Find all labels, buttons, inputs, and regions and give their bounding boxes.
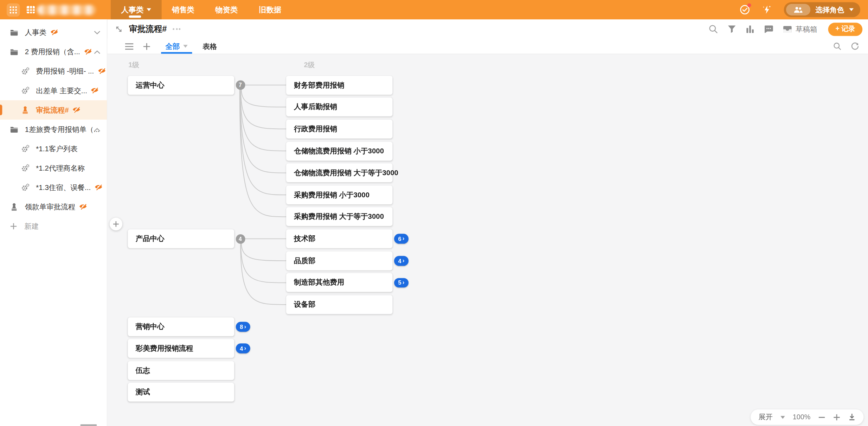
search-icon bbox=[833, 42, 842, 51]
expand-children-badge[interactable]: 5› bbox=[394, 278, 409, 288]
search-button[interactable] bbox=[709, 24, 718, 34]
sidebar-sheet-feiyong-mingxi[interactable]: 费用报销 -明细- ... bbox=[0, 62, 107, 81]
chevron-up-icon[interactable] bbox=[94, 50, 100, 54]
canvas-zoom-controls: 展开 100% bbox=[751, 409, 863, 425]
expand-children-badge[interactable]: 8› bbox=[236, 322, 250, 332]
app-sidebar: 人事类 2 费用报销（含... bbox=[0, 19, 107, 426]
page-title: 审批流程# bbox=[129, 24, 167, 34]
draftbox-button[interactable]: 草稿箱 bbox=[783, 24, 817, 34]
view-header: 审批流程# bbox=[107, 19, 868, 39]
chevron-right-icon: › bbox=[244, 345, 246, 351]
node-card-level2[interactable]: 品质部 bbox=[286, 251, 392, 270]
apps-grid-icon bbox=[9, 5, 18, 14]
refresh-button[interactable] bbox=[851, 42, 859, 51]
role-people-icon bbox=[786, 4, 810, 15]
column-label-level1: 1级 bbox=[128, 61, 139, 70]
chevron-up-icon[interactable] bbox=[94, 127, 100, 131]
main-panel: 审批流程# bbox=[107, 19, 868, 426]
view-tab-table[interactable]: 表格 bbox=[202, 39, 217, 54]
hidden-eye-off-icon bbox=[79, 204, 87, 210]
magic-lightning-icon bbox=[762, 5, 772, 15]
child-count-badge[interactable]: 7 bbox=[236, 80, 245, 90]
sidebar-group-chailvfei[interactable]: 1差旅费专用报销单（... bbox=[0, 120, 107, 139]
node-card-level1[interactable]: 测试 bbox=[128, 383, 234, 402]
tab-renshilei[interactable]: 人事类 bbox=[111, 0, 161, 19]
filter-button[interactable] bbox=[727, 25, 736, 33]
bar-chart-icon bbox=[746, 25, 754, 33]
node-card-level2[interactable]: 仓储物流费用报销 小于3000 bbox=[286, 141, 392, 160]
app-table-icon bbox=[26, 5, 36, 14]
app-window: 人事类 销售类 物资类 旧数据 bbox=[0, 0, 868, 426]
hierarchy-canvas[interactable]: 1级 2级 bbox=[107, 54, 868, 426]
more-options-button[interactable] bbox=[173, 28, 181, 30]
node-card-level2[interactable]: 采购费用报销 小于3000 bbox=[286, 185, 392, 204]
add-view-button[interactable] bbox=[143, 42, 150, 50]
apps-grid-button[interactable] bbox=[7, 3, 20, 17]
view-tab-all[interactable]: 全部 bbox=[166, 39, 188, 54]
child-count-badge[interactable]: 4 bbox=[236, 234, 245, 243]
sidebar-sheet-kehuliebiao[interactable]: *1.1客户列表 bbox=[0, 139, 107, 158]
node-card-level2[interactable]: 设备部 bbox=[286, 295, 392, 314]
node-card-level1[interactable]: 伍志 bbox=[128, 361, 234, 380]
expand-children-badge[interactable]: 6› bbox=[394, 234, 409, 244]
app-name-redacted[interactable] bbox=[37, 5, 96, 14]
sidebar-new-item-button[interactable]: 新建 bbox=[0, 217, 107, 236]
todo-check-button[interactable] bbox=[740, 5, 750, 15]
sidebar-sheet-dailishang[interactable]: *1.2代理商名称 bbox=[0, 158, 107, 178]
approval-stamp-icon bbox=[10, 203, 18, 211]
node-card-level2[interactable]: 技术部 bbox=[286, 229, 392, 248]
tab-xiaoshoulei[interactable]: 销售类 bbox=[161, 0, 205, 19]
zoom-out-button[interactable] bbox=[818, 414, 825, 421]
sidebar-group-renshilei[interactable]: 人事类 bbox=[0, 23, 107, 42]
sidebar-flow-lingkuandan[interactable]: 领款单审批流程 bbox=[0, 197, 107, 217]
expand-view-button[interactable] bbox=[115, 25, 123, 33]
expand-children-badge[interactable]: 4› bbox=[394, 256, 409, 266]
expand-children-badge[interactable]: 4› bbox=[236, 344, 250, 354]
node-card-level2[interactable]: 制造部其他费用 bbox=[286, 273, 392, 292]
sidebar-sheet-zhusu[interactable]: *1.3住宿、误餐... bbox=[0, 178, 107, 197]
node-card-level2[interactable]: 行政费用报销 bbox=[286, 120, 392, 139]
view-search-button[interactable] bbox=[833, 42, 842, 51]
node-card-level1[interactable]: 彩美费用报销流程 bbox=[128, 339, 234, 358]
add-record-canvas-button[interactable] bbox=[110, 218, 122, 230]
node-card-level1[interactable]: 营销中心 bbox=[128, 317, 234, 336]
sidebar-flow-shenpiliucheng[interactable]: 审批流程# bbox=[0, 100, 107, 120]
hidden-eye-off-icon bbox=[98, 68, 105, 74]
chevron-down-icon[interactable] bbox=[94, 31, 100, 34]
hidden-eye-off-icon bbox=[50, 29, 58, 35]
worksheet-gear-icon bbox=[21, 145, 30, 153]
top-navigation-bar: 人事类 销售类 物资类 旧数据 bbox=[0, 0, 868, 19]
folder-icon bbox=[10, 126, 18, 133]
assistant-button[interactable] bbox=[762, 5, 772, 15]
caret-down-icon bbox=[146, 8, 151, 11]
node-card-level2[interactable]: 财务部费用报销 bbox=[286, 76, 392, 95]
node-card-level1[interactable]: 产品中心 bbox=[128, 229, 234, 248]
caret-down-icon[interactable] bbox=[780, 416, 785, 419]
discussion-button[interactable] bbox=[764, 25, 773, 33]
refresh-icon bbox=[851, 42, 859, 51]
plus-icon bbox=[143, 42, 150, 50]
view-header-actions: 草稿箱 + 记录 bbox=[709, 23, 862, 36]
plus-icon bbox=[113, 221, 119, 227]
view-toolbar: 全部 表格 bbox=[107, 39, 868, 54]
expand-levels-button[interactable]: 展开 bbox=[758, 412, 773, 422]
sidebar-resize-grip[interactable] bbox=[80, 424, 97, 426]
chevron-right-icon: › bbox=[403, 235, 405, 241]
zoom-in-button[interactable] bbox=[833, 414, 840, 421]
node-card-level1[interactable]: 运营中心 bbox=[128, 76, 234, 95]
select-role-button[interactable]: 选择角色 bbox=[784, 2, 860, 17]
tab-jiushuju[interactable]: 旧数据 bbox=[248, 0, 292, 19]
node-card-level2[interactable]: 人事后勤报销 bbox=[286, 97, 392, 116]
tab-wuzilei[interactable]: 物资类 bbox=[205, 0, 249, 19]
sidebar-sheet-chuchaidan[interactable]: 出差单 主要交... bbox=[0, 81, 107, 100]
export-image-button[interactable] bbox=[848, 413, 856, 421]
new-record-button[interactable]: + 记录 bbox=[828, 23, 862, 36]
view-list-button[interactable] bbox=[125, 43, 134, 50]
notification-dot bbox=[747, 3, 751, 7]
app-section-tabs: 人事类 销售类 物资类 旧数据 bbox=[111, 0, 292, 19]
node-card-level2[interactable]: 采购费用报销 大于等于3000 bbox=[286, 208, 392, 227]
statistics-button[interactable] bbox=[746, 25, 754, 33]
topbar-right: 选择角色 bbox=[740, 0, 868, 19]
node-card-level2[interactable]: 仓储物流费用报销 大于等于3000 bbox=[286, 164, 392, 183]
sidebar-group-feiyongbaoxiao[interactable]: 2 费用报销（含... bbox=[0, 42, 107, 62]
